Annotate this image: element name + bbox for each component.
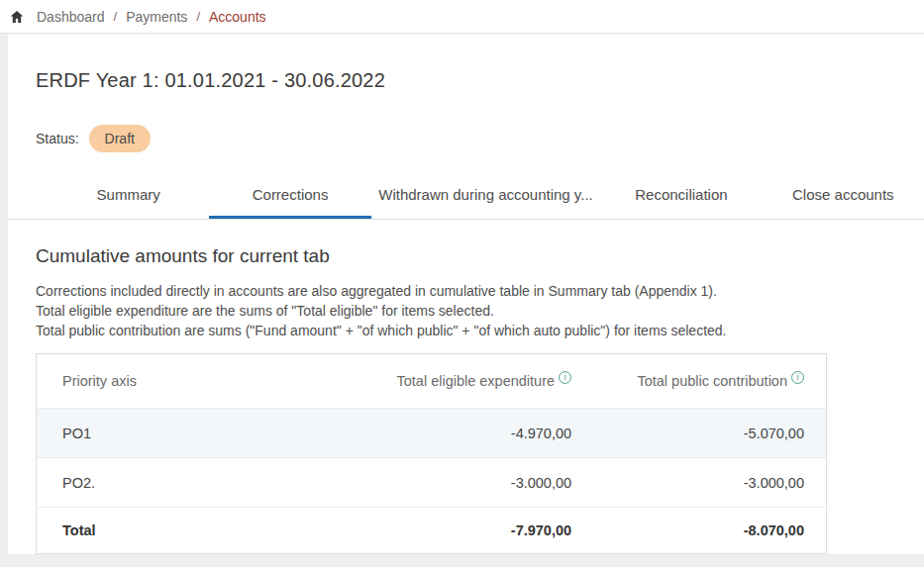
breadcrumb-accounts[interactable]: Accounts xyxy=(209,9,266,25)
column-header-label: Total public contribution xyxy=(637,373,787,389)
table-row: PO1 -4.970,00 -5.070,00 xyxy=(37,409,827,458)
status-label: Status: xyxy=(36,131,79,146)
status-row: Status: Draft xyxy=(36,125,924,152)
description-line-1: Corrections included directly in account… xyxy=(36,281,924,301)
breadcrumb-separator: / xyxy=(196,9,200,24)
home-icon[interactable] xyxy=(9,9,25,25)
status-badge: Draft xyxy=(89,125,151,152)
table-row: PO2. -3.000,00 -3.000,00 xyxy=(37,458,827,508)
description-line-2: Total eligible expenditure are the sums … xyxy=(36,301,924,321)
column-header-total-eligible-expenditure: Total eligible expenditurei xyxy=(360,354,593,409)
section-heading: Cumulative amounts for current tab xyxy=(36,245,924,267)
tab-bar: Summary Corrections Withdrawn during acc… xyxy=(8,176,924,220)
cell-priority-axis: PO2. xyxy=(37,458,360,508)
column-header-priority-axis: Priority axis xyxy=(37,354,360,409)
cell-total-public: -5.070,00 xyxy=(593,409,826,458)
cell-total-public-sum: -8.070,00 xyxy=(593,508,826,554)
cumulative-table: Priority axis Total eligible expenditure… xyxy=(36,353,827,554)
breadcrumb: Dashboard / Payments / Accounts xyxy=(0,0,924,34)
table-header-row: Priority axis Total eligible expenditure… xyxy=(37,354,827,409)
content-panel: ERDF Year 1: 01.01.2021 - 30.06.2022 Sta… xyxy=(8,34,924,554)
breadcrumb-payments[interactable]: Payments xyxy=(126,9,187,25)
tab-summary[interactable]: Summary xyxy=(48,176,209,219)
cell-total-public: -3.000,00 xyxy=(593,458,826,508)
tab-close-accounts[interactable]: Close accounts xyxy=(763,176,924,219)
cell-total-eligible: -4.970,00 xyxy=(360,409,593,458)
tab-reconciliation[interactable]: Reconciliation xyxy=(600,176,762,219)
cell-total-eligible-sum: -7.970,00 xyxy=(360,508,593,554)
table-total-row: Total -7.970,00 -8.070,00 xyxy=(37,508,827,554)
breadcrumb-dashboard[interactable]: Dashboard xyxy=(37,9,105,25)
cumulative-amounts-section: Cumulative amounts for current tab Corre… xyxy=(8,220,924,340)
cell-total-label: Total xyxy=(37,508,360,554)
column-header-label: Total eligible expenditure xyxy=(396,373,555,389)
info-icon[interactable]: i xyxy=(559,371,571,384)
page-title: ERDF Year 1: 01.01.2021 - 30.06.2022 xyxy=(36,69,924,92)
breadcrumb-separator: / xyxy=(114,9,118,24)
tab-corrections[interactable]: Corrections xyxy=(209,176,370,219)
cell-total-eligible: -3.000,00 xyxy=(360,458,593,508)
cell-priority-axis: PO1 xyxy=(37,409,360,458)
description-line-3: Total public contribution are sums ("Fun… xyxy=(36,321,924,340)
column-header-total-public-contribution: Total public contributioni xyxy=(593,354,826,409)
tab-withdrawn-during-accounting-year[interactable]: Withdrawn during accounting y... xyxy=(371,176,601,219)
info-icon[interactable]: i xyxy=(791,371,804,384)
